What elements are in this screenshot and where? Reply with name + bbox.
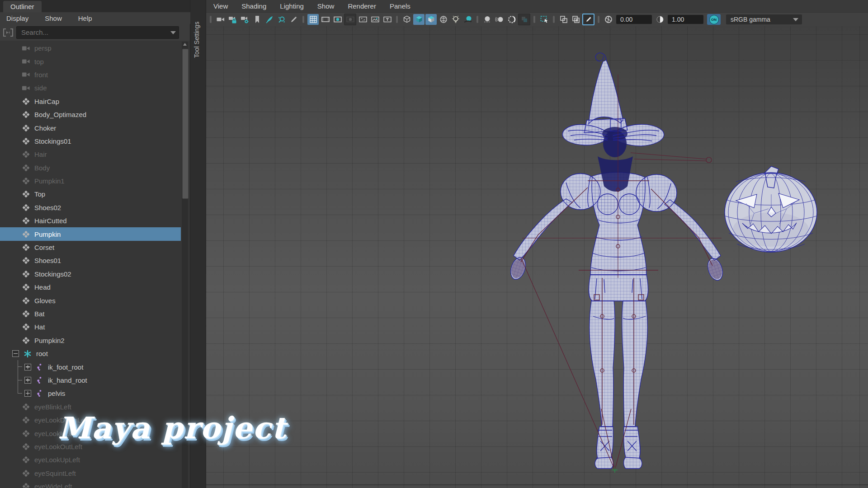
outliner-item-persp[interactable]: persp	[0, 42, 181, 55]
joint-icon	[34, 389, 44, 398]
grease-pencil-icon[interactable]	[288, 14, 299, 25]
outliner-item-Corset[interactable]: Corset	[0, 241, 181, 254]
ambient-occlusion-icon[interactable]	[481, 14, 493, 25]
item-label: top	[34, 58, 44, 66]
outliner-item-Shoes01[interactable]: Shoes01	[0, 254, 181, 267]
pan-zoom-icon[interactable]	[276, 14, 287, 25]
outliner-item-ik_hand_root[interactable]: ik_hand_root	[0, 374, 181, 387]
outliner-tab[interactable]: Outliner	[3, 1, 42, 12]
scrollbar-thumb[interactable]	[182, 49, 189, 199]
expander-minus-icon[interactable]	[12, 350, 19, 357]
menu-panels[interactable]: Panels	[390, 2, 410, 10]
mesh-icon	[21, 110, 31, 119]
item-label: pelvis	[48, 389, 65, 397]
menu-view[interactable]: View	[213, 2, 228, 10]
outliner-item-root[interactable]: root	[0, 347, 181, 360]
root-icon	[23, 349, 33, 358]
safe-action-icon[interactable]	[369, 14, 381, 25]
menu-lighting[interactable]: Lighting	[280, 2, 304, 10]
smooth-shade-icon[interactable]	[413, 14, 425, 25]
outliner-item-Pumpkin[interactable]: Pumpkin	[0, 227, 181, 240]
depth-of-field-icon[interactable]	[518, 14, 530, 25]
textured-icon[interactable]	[425, 14, 437, 25]
joint-icon	[34, 375, 44, 385]
expander-plus-icon[interactable]	[24, 364, 31, 371]
outliner-item-Pumpkin2[interactable]: Pumpkin2	[0, 334, 181, 347]
xray-active-components-icon[interactable]	[582, 14, 594, 25]
outliner-item-front[interactable]: front	[0, 68, 181, 81]
menu-show-vp[interactable]: Show	[317, 2, 335, 10]
exposure-value[interactable]: 0.00	[616, 15, 652, 24]
expander-plus-icon[interactable]	[24, 390, 31, 397]
item-label: root	[36, 350, 48, 357]
view-transform-dropdown[interactable]: sRGB gamma	[726, 14, 802, 24]
use-all-lights-icon[interactable]	[450, 14, 461, 25]
outliner-item-Hat[interactable]: Hat	[0, 320, 181, 333]
search-input[interactable]	[17, 28, 170, 36]
outliner-item-side[interactable]: side	[0, 81, 181, 94]
filter-icon[interactable]	[3, 28, 14, 38]
menu-help[interactable]: Help	[78, 14, 92, 22]
mesh-icon	[21, 203, 31, 212]
gamma-toggle[interactable]: ON	[707, 14, 721, 25]
select-camera-icon[interactable]	[215, 14, 226, 25]
isolate-select-icon[interactable]	[538, 14, 550, 25]
outliner-item-Body[interactable]: Body	[0, 161, 181, 174]
gate-mask-icon[interactable]	[344, 14, 356, 25]
shadows-icon[interactable]	[462, 14, 473, 25]
mesh-icon	[21, 296, 31, 305]
tool-settings-tab[interactable]: Tool Settings	[193, 2, 200, 58]
outliner-item-Shoes02[interactable]: Shoes02	[0, 201, 181, 214]
outliner-item-Head[interactable]: Head	[0, 281, 181, 294]
lock-camera-icon[interactable]	[227, 14, 238, 25]
motion-blur-icon[interactable]	[494, 14, 505, 25]
outliner-item-Stockings02[interactable]: Stockings02	[0, 267, 181, 281]
exposure-icon[interactable]	[603, 14, 614, 25]
expander-plus-icon[interactable]	[24, 377, 31, 384]
tree-connector	[18, 360, 24, 373]
wireframe-icon[interactable]	[401, 14, 412, 25]
menu-shading[interactable]: Shading	[241, 2, 266, 10]
search-dropdown-arrow-icon[interactable]	[170, 31, 176, 34]
xray-joints-icon[interactable]	[570, 14, 581, 25]
item-label: Pumpkin2	[34, 337, 65, 344]
outliner-item-eyeLookUpLeft[interactable]: eyeLookUpLeft	[0, 453, 181, 466]
outliner-item-eyeSquintLeft[interactable]: eyeSquintLeft	[0, 467, 181, 480]
mesh-icon	[21, 190, 31, 199]
contrast-value[interactable]: 1.00	[668, 15, 703, 24]
outliner-item-HairCutted[interactable]: HairCutted	[0, 214, 181, 227]
menu-show[interactable]: Show	[45, 14, 62, 22]
wireframe-on-shaded-icon[interactable]	[438, 14, 449, 25]
outliner-item-eyeWideLeft[interactable]: eyeWideLeft	[0, 480, 181, 488]
outliner-item-Stockings01[interactable]: Stockings01	[0, 135, 181, 148]
outliner-item-Top[interactable]: Top	[0, 188, 181, 201]
mesh-icon	[21, 177, 31, 186]
film-gate-icon[interactable]	[320, 14, 331, 25]
outliner-item-ik_foot_root[interactable]: ik_foot_root	[0, 360, 181, 373]
outliner-item-Gloves[interactable]: Gloves	[0, 294, 181, 307]
anti-aliasing-icon[interactable]	[506, 14, 517, 25]
contrast-icon[interactable]	[654, 14, 665, 25]
field-chart-icon[interactable]	[357, 14, 368, 25]
menu-display[interactable]: Display	[6, 14, 28, 22]
safe-title-icon[interactable]	[382, 14, 393, 25]
outliner-item-pelvis[interactable]: pelvis	[0, 387, 181, 400]
outliner-item-Body_Optimazed[interactable]: Body_Optimazed	[0, 108, 181, 121]
image-plane-icon[interactable]	[264, 14, 275, 25]
camera-attributes-icon[interactable]	[239, 14, 250, 25]
resolution-gate-icon[interactable]	[332, 14, 343, 25]
bookmark-icon[interactable]	[251, 14, 263, 25]
item-label: ik_hand_root	[48, 376, 87, 384]
outliner-item-Pumpkin1[interactable]: Pumpkin1	[0, 174, 181, 188]
menu-renderer[interactable]: Renderer	[348, 2, 376, 10]
xray-icon[interactable]	[558, 14, 569, 25]
outliner-item-Choker[interactable]: Choker	[0, 121, 181, 134]
scroll-up-arrow-icon[interactable]	[183, 43, 187, 46]
outliner-item-Bat[interactable]: Bat	[0, 307, 181, 320]
outliner-item-Hair[interactable]: Hair	[0, 148, 181, 161]
mesh-icon	[21, 442, 31, 451]
mesh-icon	[21, 455, 31, 465]
outliner-item-top[interactable]: top	[0, 55, 181, 68]
outliner-item-HairCap[interactable]: HairCap	[0, 95, 181, 108]
grid-toggle-icon[interactable]	[307, 14, 319, 25]
